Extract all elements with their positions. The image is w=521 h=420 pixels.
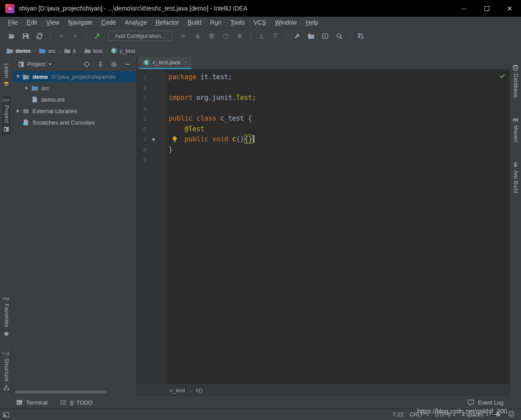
- run-configuration-combo[interactable]: Add Configuration...: [108, 31, 172, 41]
- toolbar-stop-button[interactable]: [235, 31, 245, 41]
- project-collapse-all-button[interactable]: [97, 61, 104, 68]
- window-title: shiyan [D:\java_project\shiyan] - ...\de…: [19, 5, 247, 12]
- toolbar-search-everywhere-button[interactable]: [334, 31, 345, 41]
- toolwindow-button-terminal[interactable]: Terminal: [16, 399, 48, 406]
- toolbar-save-button[interactable]: [20, 31, 31, 41]
- hide-icon: [124, 61, 131, 68]
- project-hide-button[interactable]: [124, 61, 131, 68]
- toolbar-coverage-button[interactable]: [206, 31, 217, 41]
- tree-expander[interactable]: [15, 109, 22, 113]
- menu-view[interactable]: View: [42, 19, 64, 26]
- menu-code[interactable]: Code: [97, 19, 120, 26]
- editor-tab-c-test-java[interactable]: Cc_test.java×: [139, 57, 191, 69]
- tree-item-src[interactable]: src: [13, 82, 136, 94]
- menu-build[interactable]: Build: [183, 19, 205, 26]
- run-method-icon[interactable]: [151, 136, 157, 142]
- minimize-button[interactable]: ─: [452, 0, 475, 17]
- toolwindow-button-1-project[interactable]: 1: Project: [2, 96, 11, 135]
- menu-run[interactable]: Run: [206, 19, 226, 26]
- line-separator-widget-value: CRLF: [410, 412, 424, 418]
- folder-src-icon: [39, 47, 46, 54]
- caret-position-widget[interactable]: 7:22: [393, 412, 404, 418]
- toolbar-sync-button[interactable]: [34, 31, 45, 41]
- editor-code[interactable]: package it.test;import org.junit.Test;pu…: [165, 70, 510, 384]
- editor-breadcrumb-bar: c_test›c(): [137, 384, 510, 396]
- toolbar-run-anything-button[interactable]: [320, 31, 330, 41]
- toolbar-profiler-button[interactable]: [220, 31, 231, 41]
- toolbar-debug-button[interactable]: [192, 31, 203, 41]
- tree-expander[interactable]: [15, 75, 22, 78]
- tree-item-demo[interactable]: demoD:\java_project\shiyan\de: [13, 71, 136, 82]
- editor-breadcrumb-c[interactable]: c(): [196, 387, 202, 394]
- coverage-icon: [208, 33, 215, 40]
- toolwindow-button-database[interactable]: Database: [511, 62, 520, 100]
- bottom-tool-window-bar: Terminal6: TODO Event Log: [0, 396, 521, 409]
- toolbar-back-button[interactable]: [56, 31, 66, 41]
- maximize-button[interactable]: [475, 0, 498, 17]
- menu-navigate[interactable]: Navigate: [64, 19, 97, 26]
- toolbar-wrench-button[interactable]: [292, 31, 302, 41]
- breadcrumb-c-test[interactable]: Cc_test: [110, 47, 135, 54]
- line-number: 9: [137, 155, 147, 166]
- breadcrumb-test[interactable]: test: [84, 47, 103, 54]
- toolwindow-toggle-icon[interactable]: [3, 411, 10, 418]
- menu-window[interactable]: Window: [271, 19, 301, 26]
- horizontal-scrollbar-thumb[interactable]: [15, 391, 107, 394]
- toolwindow-button-maven[interactable]: mMaven: [511, 114, 520, 145]
- highlighting-level-button[interactable]: [508, 410, 515, 419]
- breadcrumb-separator: ›: [59, 48, 60, 54]
- toolwindow-button-6-todo[interactable]: 6: TODO: [60, 399, 93, 406]
- breadcrumb-demo[interactable]: demo: [6, 47, 31, 54]
- encoding-widget[interactable]: UTF-8: [435, 412, 455, 418]
- readonly-lock-button[interactable]: [495, 410, 502, 419]
- toolwindow-button-label: Learn: [4, 63, 10, 78]
- toolbar-build-hammer-button[interactable]: [92, 31, 102, 41]
- event-log-button[interactable]: Event Log: [467, 399, 503, 406]
- toolwindow-button-7-structure[interactable]: 7: Structure: [2, 349, 11, 394]
- menu-tools[interactable]: Tools: [226, 19, 249, 26]
- tree-item-label: External Libraries: [33, 108, 77, 114]
- project-panel-title[interactable]: Project: [27, 61, 45, 67]
- toolbar-push-button[interactable]: [270, 31, 281, 41]
- indent-widget[interactable]: 4 spaces: [462, 412, 488, 418]
- svg-text:m: m: [513, 117, 518, 123]
- tree-item-scratches-and-consoles[interactable]: Scratches and Consoles: [13, 117, 136, 128]
- menu-refactor[interactable]: Refactor: [151, 19, 183, 26]
- tree-expander[interactable]: [23, 86, 30, 90]
- code-line: public class c_test {: [169, 114, 510, 124]
- toolwindow-button-2-favorites[interactable]: 2: Favorites: [2, 295, 11, 339]
- menu-file[interactable]: File: [4, 19, 22, 26]
- project-settings-button[interactable]: [110, 61, 117, 68]
- menu-vcs[interactable]: VCS: [249, 19, 271, 26]
- toolbar-forward-button[interactable]: [70, 31, 81, 41]
- line-separator-widget[interactable]: CRLF: [410, 412, 429, 418]
- close-button[interactable]: ×: [498, 0, 521, 17]
- project-tool-window-header: Project: [13, 57, 136, 71]
- toolbar-open-button[interactable]: [6, 31, 17, 41]
- toolbar-project-structure-button[interactable]: [306, 31, 316, 41]
- menu-help[interactable]: Help: [301, 19, 323, 26]
- breadcrumb-src[interactable]: src: [39, 47, 55, 54]
- class-icon: C: [110, 47, 117, 54]
- tree-item-demo-iml[interactable]: demo.iml: [13, 94, 136, 105]
- locate-icon: [83, 61, 90, 68]
- menu-analyze[interactable]: Analyze: [121, 19, 151, 26]
- tree-item-external-libraries[interactable]: External Libraries: [13, 105, 136, 117]
- toolbar-separator: [350, 32, 350, 41]
- text-caret: [253, 135, 254, 143]
- toolbar-run-button[interactable]: [178, 31, 189, 41]
- toolbar-update-project-button[interactable]: [256, 31, 267, 41]
- structure-icon: [3, 384, 10, 391]
- toolbar-plugins-button[interactable]: [356, 31, 366, 41]
- menu-edit[interactable]: Edit: [22, 19, 42, 26]
- breadcrumb-it[interactable]: it: [64, 47, 76, 54]
- code-token: it.test;: [200, 73, 232, 81]
- inspections-ok-icon[interactable]: [499, 73, 506, 81]
- tab-close-icon[interactable]: ×: [184, 59, 187, 66]
- breadcrumb-label: test: [93, 48, 103, 54]
- project-locate-button[interactable]: [83, 61, 90, 68]
- toolwindow-button-learn[interactable]: Learn: [2, 61, 11, 90]
- editor-breadcrumb-c-test[interactable]: c_test: [170, 387, 185, 394]
- folder-icon: [84, 47, 91, 54]
- toolwindow-button-ant-build[interactable]: Ant Build: [511, 158, 520, 196]
